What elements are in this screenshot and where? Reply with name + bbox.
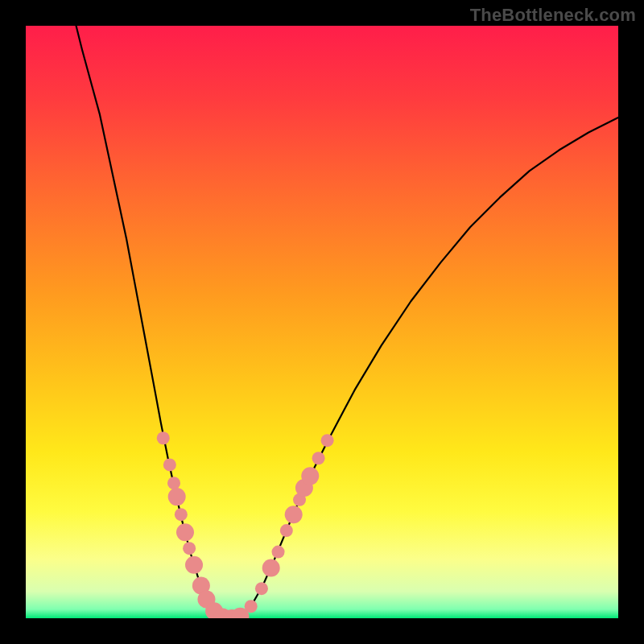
data-marker [280, 524, 293, 537]
chart-frame: TheBottleneck.com [0, 0, 644, 644]
data-marker [262, 559, 280, 576]
data-marker [167, 477, 180, 489]
bottleneck-chart [26, 26, 618, 618]
data-marker [285, 506, 303, 523]
data-marker [175, 508, 188, 521]
watermark-label: TheBottleneck.com [470, 5, 636, 26]
data-marker [312, 452, 325, 464]
data-marker [321, 434, 334, 447]
data-marker [301, 467, 319, 485]
data-marker [185, 556, 203, 574]
data-marker [245, 600, 258, 613]
data-marker [255, 582, 268, 595]
data-marker [157, 431, 170, 444]
data-marker [183, 542, 196, 555]
data-marker [272, 546, 285, 559]
plot-background [26, 26, 618, 618]
data-marker [176, 523, 194, 541]
data-marker [163, 458, 176, 471]
data-marker [168, 488, 186, 506]
